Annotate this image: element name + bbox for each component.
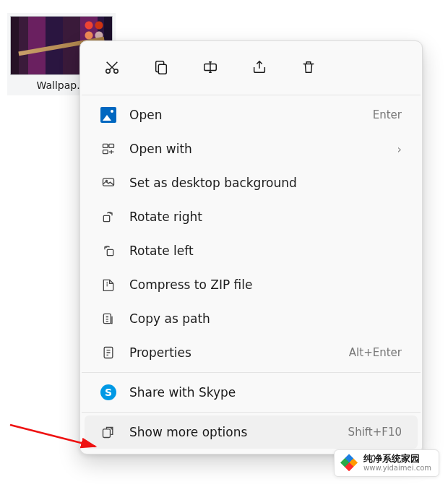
photos-icon (100, 107, 116, 123)
zip-icon (100, 277, 116, 293)
copy-button[interactable] (147, 53, 176, 82)
watermark-url: www.yidaimei.com (363, 464, 431, 472)
trash-icon (301, 59, 316, 75)
menu-item-label: Properties (129, 345, 336, 360)
menu-item-rotate-left[interactable]: Rotate left (85, 234, 418, 267)
menu-item-rotate-right[interactable]: Rotate right (85, 200, 418, 233)
svg-rect-4 (103, 144, 108, 147)
svg-rect-6 (109, 144, 114, 147)
share-icon (251, 59, 267, 75)
svg-rect-13 (103, 429, 111, 438)
menu-item-open[interactable]: Open Enter (85, 98, 418, 132)
rotate-left-icon (100, 243, 116, 259)
menu-item-label: Open with (129, 142, 380, 156)
watermark-logo-icon (340, 454, 358, 471)
more-options-icon (100, 424, 116, 440)
menu-item-set-background[interactable]: Set as desktop background (85, 166, 418, 199)
menu-divider (82, 372, 421, 373)
share-button[interactable] (245, 53, 274, 82)
menu-item-compress-zip[interactable]: Compress to ZIP file (85, 268, 418, 301)
svg-rect-9 (103, 215, 109, 221)
svg-point-8 (106, 181, 108, 182)
menu-item-shortcut: Alt+Enter (349, 346, 402, 359)
menu-divider (82, 412, 421, 413)
open-with-icon (100, 141, 116, 157)
menu-item-open-with[interactable]: Open with › (85, 132, 418, 165)
chevron-right-icon: › (393, 142, 402, 156)
menu-item-label: Open (129, 108, 360, 122)
watermark-title: 纯净系统家园 (363, 454, 431, 464)
menu-item-label: Set as desktop background (129, 176, 402, 190)
svg-rect-10 (107, 249, 113, 255)
svg-rect-5 (103, 150, 108, 154)
rotate-right-icon (100, 209, 116, 225)
svg-rect-2 (158, 64, 166, 74)
rename-button[interactable] (196, 53, 225, 82)
context-menu: Open Enter Open with › Set as desktop ba… (79, 40, 423, 454)
properties-icon (100, 345, 116, 361)
menu-item-show-more-options[interactable]: Show more options Shift+F10 (85, 415, 418, 449)
scissors-icon (104, 59, 120, 75)
menu-item-label: Copy as path (129, 311, 402, 326)
cut-button[interactable] (98, 53, 126, 82)
menu-item-shortcut: Enter (373, 108, 402, 121)
menu-item-label: Rotate left (129, 244, 402, 258)
menu-item-label: Share with Skype (129, 385, 402, 400)
menu-item-label: Compress to ZIP file (129, 277, 402, 292)
desktop-background-icon (100, 175, 116, 191)
menu-item-share-skype[interactable]: Share with Skype (85, 376, 418, 409)
copy-icon (153, 59, 169, 75)
skype-icon (100, 384, 116, 400)
svg-point-0 (106, 69, 111, 74)
menu-item-label: Show more options (129, 425, 335, 439)
site-watermark: 纯净系统家园 www.yidaimei.com (334, 449, 439, 477)
svg-point-1 (114, 69, 119, 74)
menu-divider (82, 95, 421, 95)
menu-item-shortcut: Shift+F10 (348, 426, 402, 439)
delete-button[interactable] (294, 53, 323, 82)
copy-path-icon (100, 311, 116, 327)
quick-action-row (80, 41, 422, 92)
rename-icon (202, 59, 218, 75)
menu-item-properties[interactable]: Properties Alt+Enter (85, 336, 418, 369)
menu-item-copy-path[interactable]: Copy as path (85, 302, 418, 335)
menu-item-label: Rotate right (129, 210, 402, 224)
